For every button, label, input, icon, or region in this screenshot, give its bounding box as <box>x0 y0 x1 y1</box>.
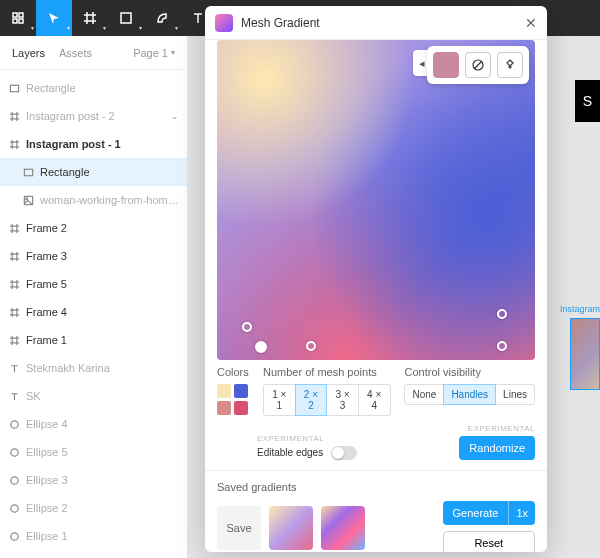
layer-row[interactable]: Stekmakh Karina <box>0 354 187 382</box>
layer-label: Frame 5 <box>26 278 67 290</box>
generate-count[interactable]: 1x <box>508 501 535 525</box>
svg-rect-0 <box>13 13 17 17</box>
layer-row[interactable]: Frame 5 <box>0 270 187 298</box>
mesh-point[interactable] <box>242 322 252 332</box>
layer-row[interactable]: Frame 2 <box>0 214 187 242</box>
svg-point-11 <box>10 476 17 483</box>
mesh-points-segment: 1 × 12 × 23 × 34 × 4 <box>263 384 390 416</box>
layer-label: SK <box>26 390 41 402</box>
color-swatch-tool[interactable] <box>433 52 459 78</box>
page-selector[interactable]: Page 1 ▾ <box>133 47 175 59</box>
color-swatch[interactable] <box>234 401 248 415</box>
mesh-option[interactable]: 2 × 2 <box>295 384 328 416</box>
layer-row[interactable]: SK <box>0 382 187 410</box>
target-icon[interactable] <box>497 52 523 78</box>
color-swatch[interactable] <box>217 384 231 398</box>
layer-row[interactable]: Rectangle <box>0 74 187 102</box>
layer-label: Frame 4 <box>26 306 67 318</box>
close-icon[interactable]: ✕ <box>525 15 537 31</box>
eyedropper-icon[interactable] <box>465 52 491 78</box>
mesh-point[interactable] <box>497 309 507 319</box>
layer-list: RectangleInstagram post - 2⌄Instagram po… <box>0 70 187 558</box>
ellipse-icon <box>8 502 20 514</box>
layers-panel: Layers Assets Page 1 ▾ RectangleInstagra… <box>0 36 188 558</box>
visibility-option[interactable]: None <box>404 384 444 405</box>
frame-icon <box>8 110 20 122</box>
plugin-icon <box>215 14 233 32</box>
canvas-frame-thumb[interactable]: S <box>575 80 600 122</box>
reset-button[interactable]: Reset <box>443 531 536 552</box>
layer-label: Rectangle <box>40 166 90 178</box>
canvas-selected-frame[interactable] <box>570 318 600 390</box>
chevron-down-icon[interactable]: ⌄ <box>171 111 179 121</box>
layer-row[interactable]: Ellipse 1 <box>0 522 187 550</box>
move-tool[interactable]: ▾ <box>36 0 72 36</box>
layer-label: Ellipse 1 <box>26 530 68 542</box>
layer-row[interactable]: Frame 4 <box>0 298 187 326</box>
gradient-preview[interactable] <box>217 40 535 360</box>
ellipse-icon <box>8 418 20 430</box>
ellipse-icon <box>8 474 20 486</box>
layer-row[interactable]: Instagram post - 1 <box>0 130 187 158</box>
frame-tool[interactable]: ▾ <box>72 0 108 36</box>
layer-row[interactable]: Ellipse 5 <box>0 438 187 466</box>
mesh-point[interactable] <box>306 341 316 351</box>
saved-gradient-thumb[interactable] <box>269 506 313 550</box>
mesh-option[interactable]: 3 × 3 <box>326 384 359 416</box>
layer-row[interactable]: woman-working-from-home-l... <box>0 186 187 214</box>
frame-icon <box>8 334 20 346</box>
save-button[interactable]: Save <box>217 506 261 550</box>
canvas-frame-label[interactable]: Instagram <box>560 304 600 314</box>
generate-button[interactable]: Generate <box>443 501 509 525</box>
frame-icon <box>8 306 20 318</box>
layer-label: Instagram post - 2 <box>26 110 115 122</box>
svg-rect-4 <box>121 13 131 23</box>
layer-row[interactable]: Ellipse 3 <box>0 466 187 494</box>
mesh-point[interactable] <box>497 341 507 351</box>
mesh-option[interactable]: 4 × 4 <box>358 384 391 416</box>
mesh-points-label: Number of mesh points <box>263 366 390 378</box>
tab-layers[interactable]: Layers <box>12 47 45 59</box>
layer-label: woman-working-from-home-l... <box>40 194 179 206</box>
figma-menu[interactable]: ▾ <box>0 0 36 36</box>
saved-gradient-thumb[interactable] <box>321 506 365 550</box>
visibility-option[interactable]: Lines <box>495 384 535 405</box>
layer-row[interactable]: Frame 1 <box>0 326 187 354</box>
experimental-tag: EXPERIMENTAL <box>468 424 535 433</box>
frame-icon <box>8 278 20 290</box>
frame-icon <box>8 138 20 150</box>
mesh-option[interactable]: 1 × 1 <box>263 384 296 416</box>
layer-label: Frame 1 <box>26 334 67 346</box>
svg-rect-2 <box>19 13 23 17</box>
layer-row[interactable]: Ellipse 2 <box>0 494 187 522</box>
layer-row[interactable]: Instagram post - 2⌄ <box>0 102 187 130</box>
layer-label: Ellipse 3 <box>26 474 68 486</box>
svg-rect-6 <box>24 169 32 175</box>
experimental-tag: EXPERIMENTAL <box>257 434 357 443</box>
randomize-button[interactable]: Randomize <box>459 436 535 460</box>
layer-row[interactable]: Rectangle 1 <box>0 550 187 558</box>
visibility-segment: NoneHandlesLines <box>404 384 535 405</box>
shape-tool[interactable]: ▾ <box>108 0 144 36</box>
color-swatches <box>217 384 249 415</box>
visibility-option[interactable]: Handles <box>443 384 496 405</box>
svg-rect-1 <box>13 19 17 23</box>
color-swatch[interactable] <box>217 401 231 415</box>
layer-row[interactable]: Rectangle <box>0 158 187 186</box>
svg-point-13 <box>10 532 17 539</box>
saved-gradients-label: Saved gradients <box>217 481 535 493</box>
rect-icon <box>8 82 20 94</box>
rect-icon <box>22 166 34 178</box>
mesh-point-selected[interactable] <box>255 341 267 353</box>
layer-label: Stekmakh Karina <box>26 362 110 374</box>
editable-edges-label: Editable edges <box>257 447 323 458</box>
layer-row[interactable]: Frame 3 <box>0 242 187 270</box>
color-swatch[interactable] <box>234 384 248 398</box>
text-icon <box>8 390 20 402</box>
tab-assets[interactable]: Assets <box>59 47 92 59</box>
pen-tool[interactable]: ▾ <box>144 0 180 36</box>
svg-point-10 <box>10 448 17 455</box>
editable-edges-toggle[interactable] <box>331 446 357 460</box>
layer-row[interactable]: Ellipse 4 <box>0 410 187 438</box>
svg-rect-5 <box>10 85 18 91</box>
